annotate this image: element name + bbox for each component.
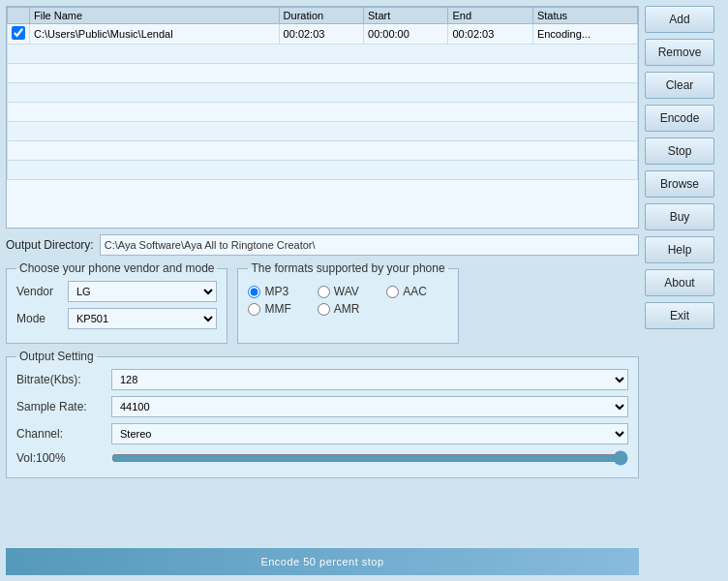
table-row-empty-4: [8, 103, 638, 122]
formats-legend: The formats supported by your phone: [248, 261, 447, 275]
format-aac-label: AAC: [403, 285, 427, 298]
remove-button[interactable]: Remove: [645, 39, 714, 66]
col-status: Status: [532, 8, 637, 24]
table-row-empty-7: [8, 161, 638, 180]
vendor-label: Vendor: [16, 285, 60, 298]
table-row: C:\Users\Public\Music\Lendal 00:02:03 00…: [8, 24, 638, 45]
row-filename: C:\Users\Public\Music\Lendal: [30, 24, 280, 45]
table-row-empty-6: [8, 141, 638, 161]
encode-bar: Encode 50 percent stop: [6, 548, 639, 575]
output-directory-label: Output Directory:: [6, 238, 94, 252]
buy-button[interactable]: Buy: [645, 203, 714, 230]
right-button-panel: Add Remove Clear Encode Stop Browse Buy …: [645, 6, 722, 575]
row-end: 00:02:03: [448, 24, 532, 45]
phone-section: Choose your phone vendor and mode Vendor…: [6, 261, 639, 344]
vendor-legend: Choose your phone vendor and mode: [16, 261, 217, 275]
format-amr: AMR: [318, 302, 379, 316]
output-directory-input[interactable]: [100, 234, 639, 256]
col-filename: File Name: [30, 8, 280, 24]
format-wav-radio[interactable]: [318, 286, 330, 298]
add-button[interactable]: Add: [645, 6, 714, 33]
clear-button[interactable]: Clear: [645, 72, 714, 99]
col-check: [8, 8, 30, 24]
about-button[interactable]: About: [645, 269, 714, 296]
row-start: 00:00:00: [364, 24, 448, 45]
bitrate-row: Bitrate(Kbs): 128: [16, 369, 628, 390]
formats-grid: MP3 WAV AAC MMF: [248, 285, 447, 316]
bitrate-label: Bitrate(Kbs):: [16, 373, 104, 386]
mode-row: Mode KP501: [16, 308, 217, 329]
format-wav: WAV: [318, 285, 379, 298]
format-mmf-radio[interactable]: [248, 303, 260, 316]
col-duration: Duration: [279, 8, 363, 24]
channel-select[interactable]: Stereo: [111, 423, 628, 444]
format-amr-radio[interactable]: [318, 303, 330, 316]
browse-button[interactable]: Browse: [645, 170, 714, 198]
vendor-fieldset: Choose your phone vendor and mode Vendor…: [6, 261, 228, 344]
row-check[interactable]: [8, 24, 30, 45]
samplerate-row: Sample Rate: 44100: [16, 396, 628, 417]
format-mp3: MP3: [248, 285, 309, 298]
col-end: End: [448, 8, 532, 24]
vol-slider[interactable]: [111, 450, 628, 466]
format-mmf-label: MMF: [264, 302, 290, 316]
samplerate-label: Sample Rate:: [16, 400, 104, 413]
mode-select[interactable]: KP501: [68, 308, 217, 329]
help-button[interactable]: Help: [645, 236, 714, 263]
channel-label: Channel:: [16, 427, 104, 441]
mode-label: Mode: [16, 312, 60, 325]
format-amr-label: AMR: [334, 302, 360, 316]
vendor-select[interactable]: LG: [68, 281, 217, 302]
output-settings-fieldset: Output Setting Bitrate(Kbs): 128 Sample …: [6, 350, 639, 478]
vol-label: Vol:100%: [16, 451, 104, 465]
table-row-empty-5: [8, 122, 638, 141]
formats-fieldset: The formats supported by your phone MP3 …: [237, 261, 458, 344]
table-row-empty-2: [8, 64, 638, 83]
format-aac: AAC: [386, 285, 447, 298]
table-row-empty-3: [8, 83, 638, 103]
col-start: Start: [364, 8, 448, 24]
table-row-empty-1: [8, 45, 638, 64]
bitrate-select[interactable]: 128: [111, 369, 628, 390]
format-mp3-radio[interactable]: [248, 286, 260, 298]
format-mmf: MMF: [248, 302, 309, 316]
output-directory-row: Output Directory:: [6, 234, 639, 256]
row-duration: 00:02:03: [279, 24, 363, 45]
samplerate-select[interactable]: 44100: [111, 396, 628, 417]
format-mp3-label: MP3: [264, 285, 288, 298]
exit-button[interactable]: Exit: [645, 302, 714, 329]
vendor-row: Vendor LG: [16, 281, 217, 302]
file-list-table: File Name Duration Start End Status C:\U…: [6, 6, 639, 229]
stop-button[interactable]: Stop: [645, 138, 714, 165]
format-wav-label: WAV: [334, 285, 359, 298]
vol-row: Vol:100%: [16, 450, 628, 466]
encode-bar-text: Encode 50 percent stop: [260, 556, 383, 567]
format-aac-radio[interactable]: [386, 286, 399, 298]
channel-row: Channel: Stereo: [16, 423, 628, 444]
encode-button[interactable]: Encode: [645, 105, 714, 132]
row-status: Encoding...: [532, 24, 637, 45]
output-settings-legend: Output Setting: [16, 350, 97, 363]
